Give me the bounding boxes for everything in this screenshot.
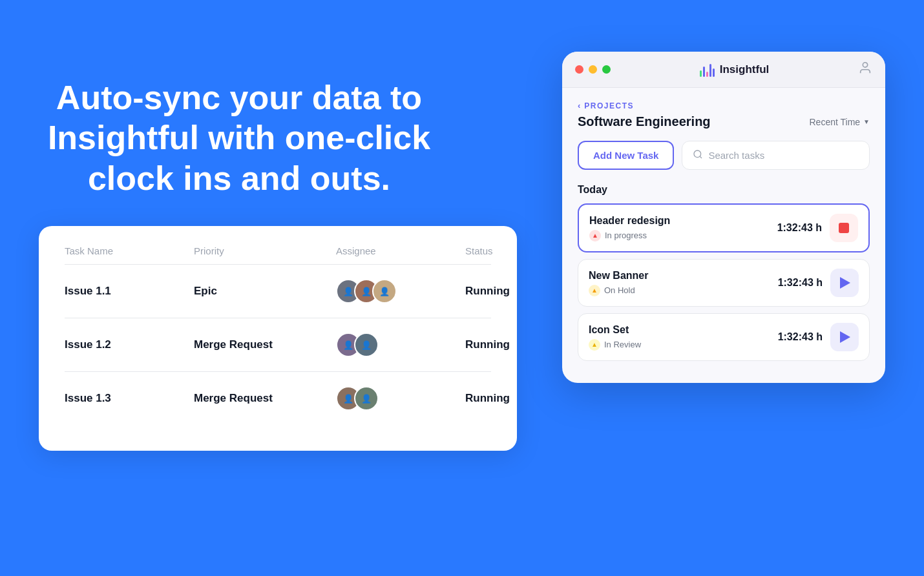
- task-card-2: New Banner ▲ On Hold 1:32:43 h: [578, 259, 870, 307]
- status-text-1: In progress: [605, 231, 647, 240]
- chevron-down-icon: ▼: [863, 118, 870, 125]
- table-row: Issue 1.1 Epic 👤 👤 👤 Running: [65, 265, 491, 318]
- status-text-2: On Hold: [604, 285, 635, 295]
- search-box[interactable]: Search tasks: [682, 141, 870, 170]
- task-name-3: Issue 1.3: [65, 392, 194, 405]
- close-dot[interactable]: [575, 65, 583, 74]
- avatar: 👤: [354, 386, 379, 411]
- logo-icon: [700, 63, 715, 77]
- play-button-2[interactable]: [830, 269, 859, 297]
- minimize-dot[interactable]: [589, 65, 597, 74]
- left-card: Task Name Priority Assignee Status Issue…: [39, 226, 517, 451]
- table-row: Issue 1.3 Merge Request 👤 👤 Running: [65, 372, 491, 425]
- recent-time-label: Recent Time: [810, 117, 861, 127]
- col-assignee: Assignee: [336, 245, 465, 256]
- task-name-2: Issue 1.2: [65, 338, 194, 351]
- status-hold-icon: ▲: [589, 285, 600, 296]
- task-timer-3: 1:32:43 h: [778, 331, 823, 343]
- breadcrumb-label: PROJECTS: [584, 101, 634, 110]
- play-icon: [840, 331, 850, 343]
- priority-1: Epic: [194, 285, 336, 298]
- table-header: Task Name Priority Assignee Status: [65, 245, 491, 265]
- task-timer-2: 1:32:43 h: [778, 277, 823, 289]
- window-controls: [575, 65, 611, 74]
- action-bar: Add New Task Search tasks: [578, 141, 870, 170]
- app-content: ‹ PROJECTS Software Engineering Recent T…: [562, 88, 885, 383]
- assignees-3: 👤 👤: [336, 386, 465, 411]
- titlebar: Insightful: [562, 52, 885, 88]
- status-progress-icon: ▲: [589, 230, 601, 242]
- play-button-3[interactable]: [830, 323, 859, 351]
- task-name-1: Issue 1.1: [65, 285, 194, 298]
- avatar: 👤: [372, 279, 397, 303]
- assignees-1: 👤 👤 👤: [336, 279, 465, 303]
- app-window: Insightful ‹ PROJECTS Software Engineeri…: [562, 52, 885, 383]
- priority-3: Merge Request: [194, 392, 336, 405]
- titlebar-center: Insightful: [700, 63, 769, 77]
- task-timer-1: 1:32:43 h: [777, 222, 822, 234]
- task-card-3: Icon Set ▲ In Review 1:32:43 h: [578, 313, 870, 361]
- priority-2: Merge Request: [194, 338, 336, 351]
- search-icon: [693, 149, 703, 162]
- assignees-2: 👤 👤: [336, 333, 465, 357]
- svg-point-0: [863, 63, 867, 67]
- task-name-icon-set: Icon Set: [589, 324, 778, 336]
- search-input[interactable]: Search tasks: [708, 150, 764, 161]
- task-status-1: ▲ In progress: [589, 230, 777, 242]
- app-title: Insightful: [720, 63, 769, 76]
- col-priority: Priority: [194, 245, 336, 256]
- section-today-label: Today: [578, 184, 870, 196]
- project-title: Software Engineering: [578, 114, 711, 129]
- back-arrow-icon: ‹: [578, 101, 580, 110]
- breadcrumb[interactable]: ‹ PROJECTS: [578, 101, 870, 110]
- task-name-header-redesign: Header redesign: [589, 215, 777, 227]
- user-icon[interactable]: [858, 61, 872, 78]
- task-info-3: Icon Set ▲ In Review: [589, 324, 778, 351]
- project-header: Software Engineering Recent Time ▼: [578, 114, 870, 129]
- maximize-dot[interactable]: [602, 65, 611, 74]
- table-row: Issue 1.2 Merge Request 👤 👤 Running: [65, 318, 491, 372]
- recent-time-dropdown[interactable]: Recent Time ▼: [810, 117, 870, 127]
- task-card-1: Header redesign ▲ In progress 1:32:43 h: [578, 203, 870, 252]
- status-review-icon: ▲: [589, 339, 600, 351]
- hero-text: Auto-sync your data to Insightful with o…: [39, 77, 439, 198]
- col-task-name: Task Name: [65, 245, 194, 256]
- svg-point-1: [694, 150, 701, 158]
- task-status-2: ▲ On Hold: [589, 285, 778, 296]
- add-task-button[interactable]: Add New Task: [578, 141, 674, 170]
- avatar: 👤: [354, 333, 379, 357]
- status-text-3: In Review: [604, 340, 641, 349]
- status-3: Running: [465, 392, 582, 405]
- task-status-3: ▲ In Review: [589, 339, 778, 351]
- task-info-1: Header redesign ▲ In progress: [589, 215, 777, 242]
- task-info-2: New Banner ▲ On Hold: [589, 270, 778, 296]
- stop-button-1[interactable]: [830, 214, 858, 242]
- stop-icon: [839, 223, 849, 233]
- play-icon: [840, 277, 850, 289]
- task-name-new-banner: New Banner: [589, 270, 778, 282]
